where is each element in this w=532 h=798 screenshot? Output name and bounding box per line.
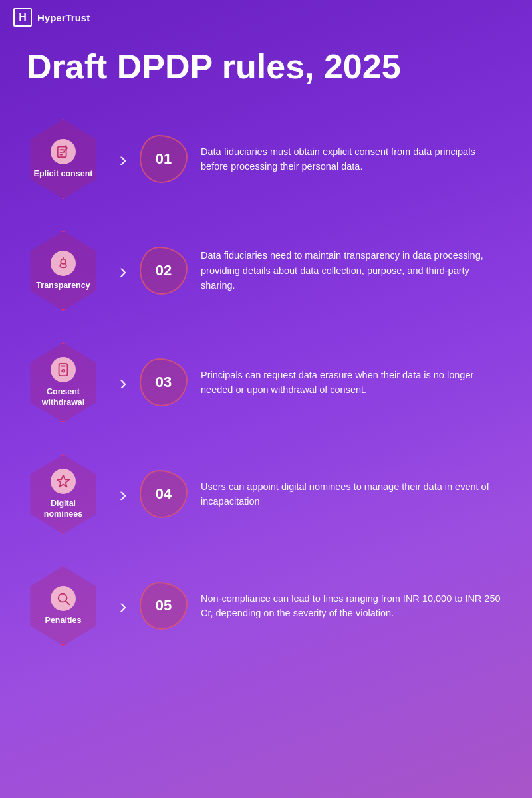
desc-1: Data fiduciaries must obtain explicit co…: [188, 144, 512, 174]
arrow-5: ›: [106, 594, 140, 618]
rule-row-5: Penalties › 05 Non-compliance can lead t…: [20, 553, 512, 659]
logo-icon: H: [13, 8, 32, 27]
arrow-4: ›: [106, 482, 140, 507]
num-blob-2: 02: [140, 247, 188, 295]
num-blob-1: 01: [140, 135, 188, 183]
desc-3: Principals can request data erasure when…: [188, 368, 512, 398]
hex-shape-2: Transparency: [27, 231, 100, 311]
hex-label-2: Transparency: [31, 280, 95, 291]
svg-line-11: [66, 601, 69, 604]
desc-text-2: Data fiduciaries need to maintain transp…: [201, 248, 501, 293]
arrow-2: ›: [106, 259, 140, 283]
num-blob-4: 04: [140, 470, 188, 518]
hex-badge-5: Penalties: [20, 556, 106, 656]
hex-badge-2: Transparency: [20, 221, 106, 321]
consent-icon: [51, 139, 76, 164]
num-text-4: 04: [156, 485, 172, 503]
num-text-2: 02: [156, 262, 172, 279]
logo-text: HyperTrust: [37, 12, 90, 23]
arrow-1: ›: [106, 147, 140, 172]
desc-text-3: Principals can request data erasure when…: [201, 368, 501, 398]
hex-label-1: Eplicit consent: [29, 168, 98, 179]
rule-row-3: Consent withdrawal › 03 Principals can r…: [20, 329, 512, 436]
hex-shape-5: Penalties: [27, 566, 100, 646]
rule-row-4: Digital nominees › 04 Users can appoint …: [20, 441, 512, 547]
hex-label-4: Digital nominees: [28, 498, 98, 520]
hex-label-3: Consent withdrawal: [28, 386, 98, 408]
penalties-icon: [51, 586, 76, 611]
nominees-icon: [51, 469, 76, 494]
arrow-3: ›: [106, 370, 140, 395]
desc-4: Users can appoint digital nominees to ma…: [188, 479, 512, 509]
transparency-icon: [51, 251, 76, 276]
hex-shape-4: Digital nominees: [27, 454, 100, 534]
hex-label-5: Penalties: [40, 615, 87, 626]
header: H HyperTrust: [0, 0, 532, 35]
hex-badge-3: Consent withdrawal: [20, 332, 106, 432]
num-text-1: 01: [156, 150, 172, 168]
svg-point-7: [62, 370, 65, 372]
num-blob-5: 05: [140, 582, 188, 630]
num-blob-3: 03: [140, 358, 188, 406]
desc-text-5: Non-compliance can lead to fines ranging…: [201, 591, 501, 621]
desc-text-4: Users can appoint digital nominees to ma…: [201, 479, 501, 509]
svg-marker-9: [57, 475, 69, 487]
rule-row-1: Eplicit consent › 01 Data fiduciaries mu…: [20, 106, 512, 212]
withdrawal-icon: [51, 357, 76, 382]
desc-5: Non-compliance can lead to fines ranging…: [188, 591, 512, 621]
svg-point-4: [61, 259, 65, 264]
logo-symbol: H: [19, 12, 27, 23]
desc-2: Data fiduciaries need to maintain transp…: [188, 248, 512, 293]
rules-list: Eplicit consent › 01 Data fiduciaries mu…: [0, 106, 532, 659]
hex-shape-3: Consent withdrawal: [27, 342, 100, 422]
rule-row-2: Transparency › 02 Data fiduciaries need …: [20, 217, 512, 324]
num-text-5: 05: [156, 597, 172, 614]
num-text-3: 03: [156, 374, 172, 391]
hex-badge-1: Eplicit consent: [20, 109, 106, 209]
page-title: Draft DPDP rules, 2025: [0, 35, 532, 106]
desc-text-1: Data fiduciaries must obtain explicit co…: [201, 144, 501, 174]
hex-shape-1: Eplicit consent: [27, 119, 100, 199]
hex-badge-4: Digital nominees: [20, 444, 106, 544]
